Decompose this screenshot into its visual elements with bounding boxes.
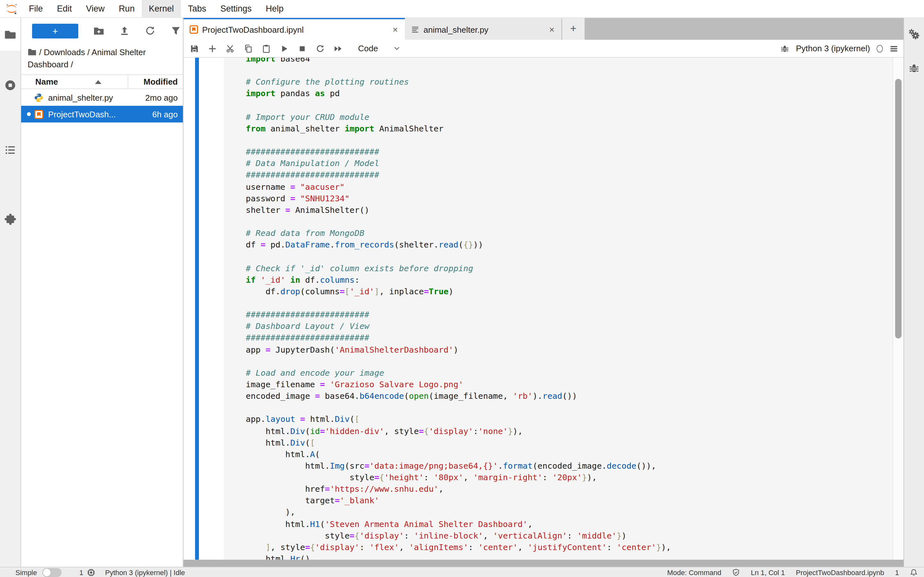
code-line: # Configure the plotting routines [246,77,893,88]
menu-help[interactable]: Help [258,0,291,17]
save-icon[interactable] [190,44,199,53]
code-line: encoded_image = base64.b64encode(open(im… [246,390,893,402]
chevron-down-icon [393,45,401,52]
sidebar-tab-running[interactable] [0,79,21,91]
toolbar-menu-icon[interactable] [889,44,898,53]
notebook-icon [34,109,44,119]
breadcrumb-folder-icon [27,48,37,56]
file-row-animal-shelter[interactable]: animal_shelter.py 2mo ago [21,89,183,106]
simple-mode-toggle[interactable] [42,568,61,577]
simple-mode-label: Simple [15,568,37,576]
kernel-chip-icon[interactable] [87,568,95,576]
menu-items: FileEditViewRunKernelTabsSettingsHelp [22,0,291,17]
horizontal-scrollbar[interactable] [184,560,903,567]
code-line: username = "aacuser" [246,181,893,193]
cut-icon[interactable] [226,44,235,53]
code-line: # Load and encode your image [246,367,893,379]
code-line [246,402,893,414]
breadcrumb[interactable]: / Downloads / Animal Shelter Dashboard / [27,46,176,71]
code-line [246,356,893,367]
status-filename: ProjectTwoDashboard.ipynb [796,568,884,576]
tab-projecttwodashboard[interactable]: ProjectTwoDashboard.ipynl × [184,18,405,40]
cursor-position[interactable]: Ln 1, Col 1 [751,568,785,576]
file-list-header: Name Modified [21,74,183,89]
menu-kernel[interactable]: Kernel [142,0,181,17]
running-sessions-icon [5,79,16,91]
property-inspector-gears-icon[interactable] [909,29,919,40]
menu-file[interactable]: File [22,0,50,17]
run-icon[interactable] [280,44,289,53]
code-line: # Read data from MongoDB [246,227,893,239]
sidebar-tab-table-of-contents[interactable] [0,144,21,156]
filter-icon[interactable] [171,26,181,36]
trust-shield-icon[interactable] [732,568,740,576]
code-line: html.H1('Steven Armenta Animal Shelter D… [246,518,893,530]
kernel-name[interactable]: Python 3 (ipykernel) [796,44,870,53]
dock-panel: ProjectTwoDashboard.ipynl × animal_shelt… [184,18,903,567]
sidebar-tab-extensions[interactable] [0,213,21,225]
jupyter-logo-icon [5,2,18,15]
restart-kernel-icon[interactable] [316,44,325,53]
code-line: df = pd.DataFrame.from_records(shelter.r… [246,239,893,251]
active-cell-collapser[interactable] [195,58,199,560]
bell-icon[interactable] [910,568,918,576]
code-line: # Import your CRUD module [246,111,893,123]
cell-editor[interactable]: import base64 # Configure the plotting r… [224,58,893,560]
cell-type-dropdown[interactable]: Code [358,44,401,53]
jupyterlab-window: FileEditViewRunKernelTabsSettingsHelp [0,0,924,577]
tab-bar: ProjectTwoDashboard.ipynl × animal_shelt… [184,18,903,40]
code-line: ######################### [246,332,893,344]
code-line: image_filename = 'Grazioso Salvare Logo.… [246,379,893,390]
stop-icon[interactable] [298,44,307,53]
notifications-count[interactable]: 1 [895,568,899,576]
code-line [246,100,893,111]
table-of-contents-icon [5,144,16,156]
code-lines: import base64 # Configure the plotting r… [246,58,893,560]
debugger-bug-icon[interactable] [780,44,790,53]
vertical-scrollbar[interactable] [893,58,903,560]
close-icon[interactable]: × [391,24,399,35]
code-line: # Data Manipulation / Model [246,158,893,169]
file-browser-panel: + / Downloads / Animal Shelter Dashboard… [21,18,184,567]
menu-edit[interactable]: Edit [50,0,79,17]
text-file-icon [411,25,420,34]
close-icon[interactable]: × [548,24,556,35]
terminals-count[interactable]: 1 [79,568,83,576]
code-line: ########################### [246,146,893,158]
restart-run-all-icon[interactable] [334,44,342,53]
code-line: ], style={'display': 'flex', 'alignItems… [246,542,893,553]
kernel-status-icon[interactable] [877,45,883,52]
file-row-projecttwodashboard[interactable]: ProjectTwoDash... 6h ago [21,106,183,122]
debugger-bug-icon[interactable] [909,63,919,74]
code-line [246,216,893,227]
main-area: + / Downloads / Animal Shelter Dashboard… [0,18,924,567]
code-line: password = "SNHU1234" [246,193,893,204]
code-line: if '_id' in df.columns: [246,274,893,285]
new-tab-button[interactable]: + [562,18,585,40]
menu-settings[interactable]: Settings [213,0,259,17]
new-launcher-button[interactable]: + [32,23,78,38]
copy-icon[interactable] [244,44,253,53]
menu-view[interactable]: View [79,0,111,17]
kernel-status-text[interactable]: Python 3 (ipykernel) | Idle [105,568,185,576]
new-folder-icon[interactable] [94,26,104,36]
column-header-modified[interactable]: Modified [128,75,183,89]
paste-icon[interactable] [262,44,271,53]
code-line: from animal_shelter import AnimalShelter [246,123,893,135]
code-line: target='_blank' [246,495,893,507]
code-line: import pandas as pd [246,88,893,100]
column-header-name[interactable]: Name [21,77,128,87]
sidebar-tab-file-browser[interactable] [0,18,21,51]
menu-tabs[interactable]: Tabs [181,0,213,17]
editor-mode[interactable]: Mode: Command [667,568,721,576]
code-line: style={'height': '80px', 'margin-right':… [246,472,893,484]
menu-run[interactable]: Run [111,0,142,17]
tab-animal-shelter[interactable]: animal_shelter.py × [405,18,562,40]
code-line: import base64 [246,58,893,65]
add-cell-icon[interactable] [208,44,217,53]
code-line [246,298,893,309]
scrollbar-thumb[interactable] [895,79,901,338]
refresh-icon[interactable] [145,26,155,36]
upload-icon[interactable] [120,26,129,36]
code-cell: import base64 # Configure the plotting r… [195,58,893,560]
